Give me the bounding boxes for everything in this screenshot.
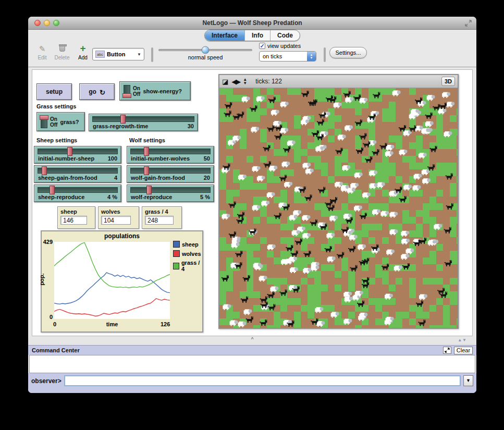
- command-center-title: Command Center: [32, 347, 443, 353]
- switch-handle[interactable]: [122, 93, 131, 98]
- plot-legend: sheep wolves grass / 4: [173, 241, 202, 275]
- splitter-handle-icon[interactable]: ^: [251, 337, 254, 342]
- slider-track[interactable]: [130, 168, 211, 174]
- slider-thumb[interactable]: [144, 147, 149, 156]
- forever-icon: ↻: [100, 89, 105, 96]
- tab-info[interactable]: Info: [245, 30, 271, 41]
- sheep-gain-from-food-slider[interactable]: sheep-gain-from-food 4: [34, 165, 121, 183]
- switch-handle[interactable]: [40, 115, 48, 120]
- settings-button[interactable]: Settings...: [329, 47, 367, 58]
- slider-thumb[interactable]: [67, 147, 72, 156]
- slider-thumb[interactable]: [120, 115, 126, 124]
- delete-label: Delete: [52, 55, 72, 60]
- grass-switch[interactable]: OnOff grass?: [36, 112, 85, 131]
- slider-thumb[interactable]: [146, 186, 152, 194]
- slider-track[interactable]: [92, 116, 194, 122]
- command-center-splitter[interactable]: ^ ▲▼: [28, 336, 476, 345]
- view-3d-button[interactable]: 3D: [441, 77, 455, 86]
- switch-onoff-text: OnOff: [133, 85, 140, 97]
- pan-horizontal-icon[interactable]: ◀▶: [231, 78, 240, 85]
- sheep-reproduce-slider[interactable]: sheep-reproduce 4 %: [34, 185, 121, 202]
- history-dropdown-button[interactable]: ▼: [463, 375, 473, 386]
- view-updates-checkbox[interactable]: ✓: [259, 43, 265, 49]
- legend-swatch: [173, 263, 179, 269]
- slider-thumb[interactable]: [50, 186, 55, 194]
- legend-item-grass: grass / 4: [173, 260, 202, 272]
- wolves-monitor: wolves 104: [98, 206, 139, 229]
- plot-lines: [54, 242, 170, 319]
- wolf-settings-heading: Wolf settings: [129, 137, 165, 143]
- update-mode-dropdown[interactable]: on ticks ▲▼: [259, 51, 316, 62]
- add-widget-button[interactable]: + Add: [75, 44, 91, 60]
- grass-regrowth-time-slider[interactable]: grass-regrowth-time 30: [89, 114, 198, 131]
- slider-track[interactable]: [38, 149, 118, 154]
- plot-title: populations: [42, 232, 202, 240]
- command-center-output[interactable]: [29, 355, 475, 373]
- legend-item-sheep: sheep: [173, 241, 202, 248]
- title-bar[interactable]: NetLogo — Wolf Sheep Predation: [28, 17, 476, 30]
- view-origin-icon[interactable]: ◪: [222, 78, 228, 85]
- slider-track[interactable]: [130, 149, 211, 154]
- add-label: Add: [75, 55, 91, 60]
- go-button-label: go: [89, 88, 96, 95]
- scroll-arrows-icon[interactable]: ▲▼: [458, 338, 467, 342]
- toolbar-separator-2: [324, 47, 326, 62]
- plus-icon: +: [80, 43, 85, 54]
- legend-item-wolves: wolves: [173, 250, 202, 257]
- stepper-arrows-icon: ▲▼: [307, 52, 316, 61]
- command-input[interactable]: [64, 375, 461, 386]
- edit-label: Edit: [34, 55, 50, 60]
- show-energy-label: show-energy?: [143, 88, 182, 94]
- ticks-counter: ticks: 122: [255, 78, 438, 85]
- speed-slider-thumb[interactable]: [202, 46, 210, 54]
- slider-label: initial-number-sheep: [38, 155, 94, 162]
- legend-swatch: [173, 241, 180, 248]
- window-title: NetLogo — Wolf Sheep Predation: [28, 19, 476, 27]
- toolbar: ✎ Edit Delete + Add abc Button ▼ normal …: [28, 42, 476, 67]
- diagonal-arrows-icon: [445, 348, 450, 353]
- legend-swatch: [173, 250, 180, 257]
- slider-track[interactable]: [38, 168, 118, 174]
- slider-label: initial-number-wolves: [131, 155, 190, 162]
- slider-label: sheep-gain-from-food: [38, 175, 97, 181]
- initial-number-wolves-slider[interactable]: initial-number-wolves 50: [127, 146, 214, 164]
- delete-button[interactable]: Delete: [52, 44, 72, 60]
- detach-command-center-button[interactable]: [443, 347, 451, 354]
- x-axis-label: time: [54, 321, 170, 327]
- slider-track[interactable]: [38, 187, 118, 193]
- abc-widget-icon: abc: [95, 51, 105, 58]
- tab-interface[interactable]: Interface: [205, 30, 245, 41]
- slider-value: 100: [108, 155, 117, 162]
- slider-track[interactable]: [130, 187, 211, 193]
- slider-thumb[interactable]: [42, 166, 47, 175]
- slider-value: 5 %: [200, 194, 210, 200]
- go-button[interactable]: go ↻: [79, 83, 115, 100]
- world-canvas[interactable]: [219, 88, 458, 328]
- setup-button[interactable]: setup: [36, 83, 72, 100]
- toolbar-separator: [151, 47, 153, 62]
- command-center-header: Command Center Clear: [28, 345, 476, 355]
- chevron-down-icon: ▼: [137, 52, 141, 57]
- initial-number-sheep-slider[interactable]: initial-number-sheep 100: [34, 146, 121, 164]
- wolf-gain-from-food-slider[interactable]: wolf-gain-from-food 20: [127, 165, 214, 183]
- slider-label: wolf-reproduce: [131, 194, 172, 200]
- populations-plot: populations 429 0 pop. 0 time 126 sheep …: [41, 230, 203, 333]
- show-energy-switch[interactable]: OnOff show-energy?: [119, 81, 191, 101]
- speed-slider-track[interactable]: [158, 49, 252, 51]
- monitor-label: grass / 4: [145, 208, 179, 215]
- clear-button[interactable]: Clear: [454, 347, 473, 354]
- pan-vertical-icon[interactable]: ▲▼: [243, 78, 247, 85]
- tab-code[interactable]: Code: [271, 30, 300, 41]
- world-view: ◪ ◀▶ ▲▼ ticks: 122 3D: [218, 74, 459, 329]
- widget-type-dropdown[interactable]: abc Button ▼: [92, 48, 144, 60]
- command-center-input-row: observer> ▼: [28, 373, 476, 388]
- switch-track: [124, 85, 130, 97]
- monitor-label: wolves: [101, 208, 136, 215]
- pencil-icon: ✎: [39, 44, 46, 53]
- y-axis-min: 0: [42, 314, 53, 320]
- edit-button[interactable]: ✎ Edit: [34, 44, 50, 60]
- resize-window-icon[interactable]: [464, 19, 472, 27]
- slider-thumb[interactable]: [144, 166, 149, 175]
- tab-strip: Interface Info Code: [204, 30, 300, 41]
- wolf-reproduce-slider[interactable]: wolf-reproduce 5 %: [127, 185, 214, 202]
